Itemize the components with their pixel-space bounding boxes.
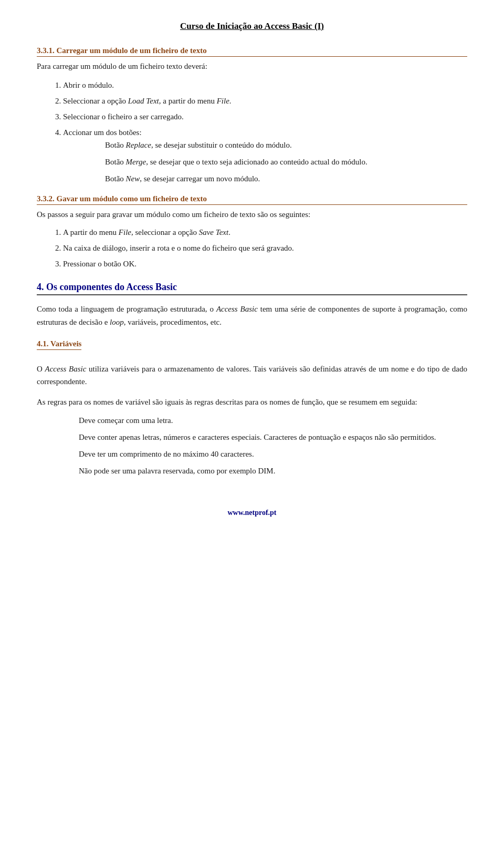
section-332: 3.3.2. Gavar um módulo como um ficheiro … xyxy=(37,194,467,270)
rule-1: Deve começar com uma letra. xyxy=(79,414,467,427)
list-item: Pressionar o botão OK. xyxy=(63,257,467,270)
section-41-heading: 4.1. Variáveis xyxy=(37,339,81,350)
section-4-heading: 4. Os componentes do Access Basic xyxy=(37,282,467,295)
sub-item-replace: Botão Replace, se desejar substituir o c… xyxy=(105,139,467,151)
section-331-intro: Para carregar um módulo de um ficheiro t… xyxy=(37,60,467,73)
page-title: Curso de Iniciação ao Access Basic (I) xyxy=(37,21,467,32)
footer-url: www.netprof.pt xyxy=(227,509,276,517)
section-4-paragraph: Como toda a linguagem de programação est… xyxy=(37,303,467,329)
section-332-steps: A partir do menu File, seleccionar a opç… xyxy=(63,226,467,270)
section-332-intro: Os passos a seguir para gravar um módulo… xyxy=(37,208,467,221)
section-332-heading: 3.3.2. Gavar um módulo como um ficheiro … xyxy=(37,194,467,205)
rules-list: Deve começar com uma letra. Deve conter … xyxy=(37,414,467,477)
sub-item-merge: Botão Merge, se desejar que o texto seja… xyxy=(105,156,467,168)
list-item: Seleccionar a opção Load Text, a partir … xyxy=(63,95,467,107)
list-item: Accionar um dos botões: Botão Replace, s… xyxy=(63,126,467,185)
rule-3: Deve ter um comprimento de no máximo 40 … xyxy=(79,448,467,460)
list-item: Na caixa de diálogo, inserir a rota e o … xyxy=(63,242,467,254)
section-331-steps: Abrir o módulo. Seleccionar a opção Load… xyxy=(63,79,467,185)
rule-4: Não pode ser uma palavra reservada, como… xyxy=(79,465,467,477)
sub-item-new: Botão New, se desejar carregar um novo m… xyxy=(105,172,467,185)
section-41: 4.1. Variáveis O Access Basic utiliza va… xyxy=(37,339,467,477)
section-41-paragraph1: O Access Basic utiliza variáveis para o … xyxy=(37,363,467,389)
footer: www.netprof.pt xyxy=(37,509,467,517)
section-4: 4. Os componentes do Access Basic Como t… xyxy=(37,282,467,329)
rule-2: Deve conter apenas letras, números e car… xyxy=(79,431,467,443)
section-331-heading: 3.3.1. Carregar um módulo de um ficheiro… xyxy=(37,46,467,57)
section-41-paragraph2: As regras para os nomes de variável são … xyxy=(37,396,467,409)
list-item: Abrir o módulo. xyxy=(63,79,467,91)
list-item: Seleccionar o ficheiro a ser carregado. xyxy=(63,110,467,123)
section-331: 3.3.1. Carregar um módulo de um ficheiro… xyxy=(37,46,467,185)
list-item: A partir do menu File, seleccionar a opç… xyxy=(63,226,467,239)
